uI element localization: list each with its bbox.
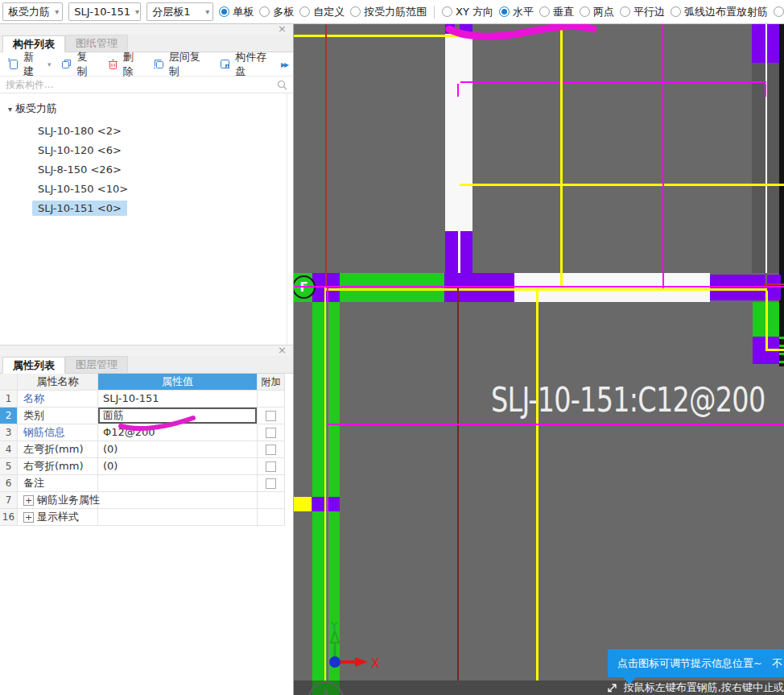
radio-multi-slab[interactable]: 多板 (259, 5, 294, 19)
radio-clipped[interactable] (774, 6, 784, 17)
property-panel-tabs: 属性列表 图层管理 (0, 356, 293, 374)
status-hint-text: 按鼠标左键布置钢筋,按右键中止或 (624, 681, 784, 695)
wall-segment (340, 273, 444, 302)
wall-segment (767, 24, 780, 63)
property-row-right-bend: 5 右弯折(mm) (0) (0, 458, 284, 475)
wall-segment (710, 275, 765, 300)
component-name-value: SLJ-10-151 (74, 6, 130, 18)
rebar-tick-magenta (457, 84, 459, 97)
save-component-button[interactable]: 构件存盘 (214, 48, 281, 81)
tree-root-slab-rebar[interactable]: ▾板受力筋 (0, 99, 287, 121)
layer-copy-button[interactable]: 层间复制 (148, 48, 215, 81)
radio-icon (350, 6, 361, 17)
rebar-tick-magenta (765, 84, 766, 97)
grid-line-red (764, 283, 784, 285)
wall-segment (294, 497, 312, 511)
tab-property-list[interactable]: 属性列表 (2, 357, 65, 374)
property-row-rebar-info: 3 钢筋信息 Φ12@200 (0, 424, 284, 441)
radio-icon (299, 6, 310, 17)
attach-checkbox[interactable] (266, 411, 276, 421)
cursor-mode-icon (606, 681, 619, 694)
layer-copy-icon (153, 58, 165, 70)
property-row-display-style: 16 + 显示样式 (0, 509, 284, 526)
expand-icon[interactable]: + (23, 495, 34, 506)
radio-icon (442, 6, 452, 17)
rebar-line-magenta (294, 286, 784, 288)
wall-segment (445, 24, 455, 34)
component-toolbar: 新建 ▾ 复制 删除 层间复制 (0, 52, 293, 77)
tab-layer-management[interactable]: 图层管理 (65, 356, 128, 373)
property-grid-header: 属性名称 属性值 附加 (0, 374, 284, 391)
radio-vertical[interactable]: 垂直 (539, 5, 574, 19)
close-icon[interactable]: × (278, 345, 287, 356)
radio-icon (620, 6, 630, 17)
radio-icon (580, 6, 590, 17)
attach-checkbox[interactable] (266, 428, 276, 438)
radio-single-slab[interactable]: 单板 (219, 5, 254, 19)
property-grid: 属性名称 属性值 附加 1 名称 SLJ-10-151 2 类别 面筋 3 钢筋… (0, 374, 285, 526)
rebar-line-magenta (327, 288, 328, 681)
property-panel-header: × (0, 345, 293, 356)
wall-segment (779, 24, 784, 366)
property-row-name: 1 名称 SLJ-10-151 (0, 391, 284, 407)
rebar-line-yellow (560, 24, 563, 288)
rebar-line-magenta (327, 424, 784, 425)
tree-item[interactable]: SLJ-8-150 <26> (0, 159, 287, 179)
tree-item-selected[interactable]: SLJ-10-151 <0> (0, 198, 287, 217)
search-icon (277, 80, 287, 90)
cad-canvas[interactable]: F Y X SLJ-10-151:C12@200 点击图标可调节提示信息位置~ … (294, 24, 784, 695)
rebar-callout-label: SLJ-10-151:C12@200 (491, 379, 765, 420)
rebar-tick (779, 361, 784, 363)
rebar-line-yellow (324, 288, 326, 681)
property-row-category: 2 类别 面筋 (0, 407, 284, 424)
wall-segment (445, 34, 458, 231)
radio-by-rebar-range[interactable]: 按受力筋范围 (350, 5, 427, 19)
copy-button[interactable]: 复制 (56, 48, 101, 81)
wall-segment (312, 302, 340, 497)
top-toolbar: 板受力筋 ▾ SLJ-10-151 ▾ 分层板1 ▾ 单板 多板 自定义 按受力… (0, 0, 784, 24)
radio-horizontal[interactable]: 水平 (499, 5, 534, 19)
hint-position-tooltip[interactable]: 点击图标可调节提示信息位置~ 不 (608, 649, 784, 677)
close-icon[interactable]: × (278, 23, 287, 35)
expand-icon[interactable]: + (23, 512, 34, 523)
attach-checkbox[interactable] (266, 445, 276, 455)
tooltip-clipped-text: 不 (772, 649, 782, 677)
wall-segment (312, 497, 325, 511)
radio-arc-radial[interactable]: 弧线边布置放射筋 (671, 5, 768, 19)
grid-line-red (325, 24, 327, 288)
column-header-value: 属性值 (98, 374, 258, 390)
tree-item[interactable]: SLJ-10-120 <6> (0, 140, 287, 159)
chevron-down-icon: ▾ (135, 7, 139, 16)
rebar-line-yellow (536, 288, 538, 681)
axis-x-label: X (371, 656, 379, 671)
toolbar-separator (434, 6, 435, 19)
radio-custom[interactable]: 自定义 (299, 5, 345, 19)
component-type-value: 板受力筋 (8, 5, 50, 19)
rebar-line-yellow (765, 349, 784, 351)
radio-xy-direction[interactable]: XY 方向 (442, 5, 493, 19)
wall-segment (444, 273, 514, 302)
more-commands-button[interactable]: ▸▸ (281, 59, 291, 70)
radio-two-point[interactable]: 两点 (580, 5, 614, 19)
tree-item[interactable]: SLJ-10-180 <2> (0, 121, 287, 140)
delete-button[interactable]: 删除 (102, 48, 148, 81)
component-type-dropdown[interactable]: 板受力筋 ▾ (2, 2, 63, 21)
wall-segment (312, 511, 340, 695)
rebar-tick (779, 345, 784, 347)
attach-checkbox[interactable] (266, 461, 276, 472)
rebar-line-yellow (294, 35, 458, 37)
component-name-dropdown[interactable]: SLJ-10-151 ▾ (68, 2, 141, 21)
category-value-editing[interactable]: 面筋 (98, 407, 258, 424)
attach-checkbox[interactable] (266, 478, 276, 489)
radio-icon (671, 6, 681, 17)
rebar-tick (779, 353, 784, 355)
radio-parallel-edge[interactable]: 平行边 (620, 5, 665, 19)
chevron-down-icon: ▾ (55, 7, 59, 16)
tree-item[interactable]: SLJ-10-150 <10> (0, 179, 287, 198)
search-input[interactable] (6, 79, 277, 90)
property-row-left-bend: 4 左弯折(mm) (0) (0, 441, 284, 458)
copy-icon (60, 58, 72, 70)
chevron-down-icon: ▾ (47, 60, 52, 68)
layer-dropdown[interactable]: 分层板1 ▾ (146, 2, 213, 21)
new-button[interactable]: 新建 ▾ (2, 48, 56, 81)
